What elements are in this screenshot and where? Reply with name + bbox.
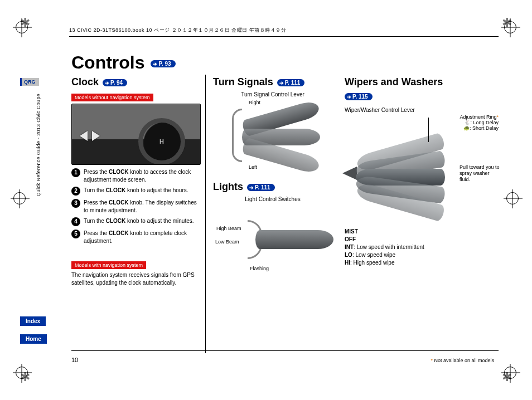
step-text: Turn the — [84, 218, 106, 224]
register-mark-icon — [13, 192, 26, 204]
register-mark-icon — [16, 367, 28, 379]
lights-heading: Lights P. 111 — [213, 181, 332, 193]
light-switch-figure: High Beam Low Beam Flashing — [213, 203, 332, 276]
step-text: Press the — [84, 230, 109, 236]
label-right: Right — [249, 100, 260, 105]
arrow-right-icon — [92, 131, 100, 141]
step-text: Turn the — [84, 187, 106, 193]
wiper-mode-list: MIST OFF INT: Low speed with intermitten… — [345, 228, 499, 267]
turn-caption: Turn Signal Control Lever — [213, 91, 332, 97]
adjustment-ring-label: Adjustment Ring* — [345, 114, 499, 120]
step-text: knob to adjust the hours. — [125, 187, 188, 193]
mode-off: OFF — [345, 236, 499, 243]
step-number: 5 — [71, 230, 80, 238]
turn-signal-figure: Right Left — [213, 99, 332, 171]
nav-clock-text: The navigation system receives signals f… — [71, 271, 201, 286]
mode-hi: HI: High speed wipe — [345, 259, 499, 267]
chip-nav: Models with navigation system — [71, 261, 146, 269]
register-mark-icon — [504, 367, 516, 379]
light-stalk-icon — [255, 230, 333, 249]
turn-heading-text: Turn Signals — [213, 76, 273, 87]
guide-title-vertical: Quick Reference Guide - 2013 Civic Coupe — [36, 94, 42, 197]
index-button[interactable]: Index — [20, 316, 46, 326]
footnote-text: Not available on all models — [434, 358, 494, 363]
clock-step: 1Press the CLOCK knob to access the cloc… — [71, 168, 201, 183]
footnote-star-icon: * — [496, 114, 499, 120]
step-number: 1 — [71, 168, 80, 177]
short-delay-label: 🐢: Short Delay — [345, 125, 499, 131]
step-bold: CLOCK — [109, 199, 129, 206]
page-ref-clock[interactable]: P. 94 — [103, 79, 127, 86]
clock-step: 3Press the CLOCK knob. The display switc… — [71, 199, 201, 214]
mode-lo: LO: Low speed wipe — [345, 251, 499, 259]
wipers-heading-text: Wipers and Washers — [345, 76, 443, 87]
step-text: Press the — [84, 169, 109, 175]
step-bold: CLOCK — [106, 218, 126, 224]
home-button[interactable]: Home — [20, 334, 47, 344]
leader-line — [428, 118, 429, 142]
page-ref-turn[interactable]: P. 111 — [277, 79, 305, 86]
arrow-left-icon — [80, 131, 88, 141]
footer-rule — [71, 350, 499, 351]
lights-caption: Light Control Switches — [213, 196, 332, 202]
clock-step: 2Turn the CLOCK knob to adjust the hours… — [71, 187, 201, 196]
step-bold: CLOCK — [109, 169, 129, 175]
page-ref-controls[interactable]: P. 93 — [151, 60, 175, 67]
center-column: Turn Signals P. 111 Turn Signal Control … — [213, 75, 332, 286]
motion-arrow-icon — [232, 109, 242, 162]
step-number: 3 — [71, 199, 80, 208]
page-ref-wipers[interactable]: P. 115 — [345, 93, 373, 100]
clock-step: 4Turn the CLOCK knob to adjust the minut… — [71, 217, 201, 226]
wipers-heading: Wipers and Washers — [345, 76, 499, 88]
step-bold: CLOCK — [106, 187, 126, 193]
footnote-star-icon: * — [431, 358, 433, 363]
wiper-figure: Pull toward you to spray washer fluid. — [345, 131, 499, 226]
long-delay-label: 🐇: Long Delay — [345, 120, 499, 125]
turn-heading: Turn Signals P. 111 — [213, 76, 332, 88]
clock-steps: 1Press the CLOCK knob to access the cloc… — [71, 168, 201, 245]
wiper-caption: Wiper/Washer Control Lever — [345, 107, 499, 113]
lights-heading-text: Lights — [213, 181, 243, 192]
clock-column: Clock P. 94 Models without navigation sy… — [71, 75, 201, 286]
step-number: 4 — [71, 217, 80, 226]
step-bold: CLOCK — [109, 230, 129, 236]
clock-heading-text: Clock — [71, 76, 99, 87]
label-left: Left — [249, 164, 257, 170]
qrg-tab[interactable]: QRG — [20, 78, 39, 86]
footnote: * Not available on all models — [431, 358, 494, 363]
register-mark-icon — [16, 21, 28, 33]
page-title: Controls P. 93 — [71, 52, 499, 73]
label-low-beam: Low Beam — [215, 239, 239, 245]
step-text: knob to adjust the minutes. — [125, 218, 194, 224]
page: ✱ ✱ ✱ ✱ 13 CIVIC 2D-31TS86100.book 10 ペー… — [0, 0, 532, 400]
step-number: 2 — [71, 187, 80, 196]
clock-step: 5Press the CLOCK knob to complete clock … — [71, 230, 201, 245]
register-mark-icon — [506, 192, 519, 204]
pull-label: Pull toward you to spray washer fluid. — [460, 164, 500, 182]
mode-mist: MIST — [345, 228, 499, 236]
clock-heading: Clock P. 94 — [71, 76, 201, 88]
content-area: Controls P. 93 Clock P. 94 Models withou… — [71, 52, 499, 367]
dashboard-figure: H — [71, 104, 201, 165]
stalk-base-icon — [342, 167, 357, 180]
step-text: Press the — [84, 199, 109, 206]
mode-int: INT: Low speed with intermittent — [345, 243, 499, 251]
title-text: Controls — [71, 52, 145, 72]
honda-logo-icon: H — [159, 138, 164, 145]
label-high-beam: High Beam — [216, 226, 241, 231]
label-flashing: Flashing — [250, 266, 269, 271]
wipers-column: Wipers and Washers P. 115 Wiper/Washer C… — [345, 75, 499, 286]
register-mark-icon — [504, 21, 516, 33]
page-ref-lights[interactable]: P. 111 — [247, 184, 275, 191]
running-header: 13 CIVIC 2D-31TS86100.book 10 ページ ２０１２年１… — [69, 27, 499, 37]
column-divider — [205, 75, 206, 353]
page-number: 10 — [71, 357, 78, 363]
chip-no-nav: Models without navigation system — [71, 94, 153, 101]
